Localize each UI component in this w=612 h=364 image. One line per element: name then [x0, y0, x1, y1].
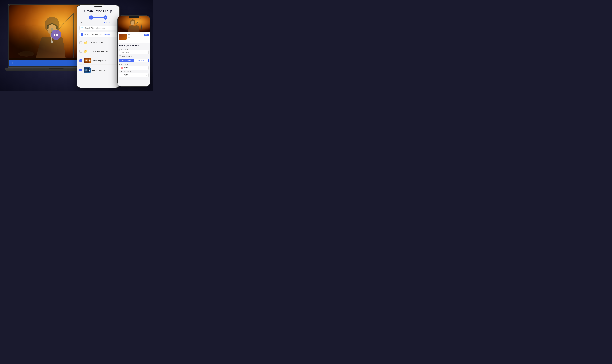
phone-notch: [129, 16, 139, 18]
file-item-4[interactable]: Cable America Corp: [80, 66, 117, 74]
paywall-title-row: Title BUY: [128, 34, 149, 36]
file-name-3: Comcast Sportsnet: [92, 60, 117, 62]
button-colour-arrow: ▼: [146, 67, 147, 69]
button-text-colour-value: #ffffff: [124, 74, 145, 76]
paywall-fine-print: View pricing and subscription details: [119, 40, 149, 41]
steps-labels: Group Details Content Selection: [80, 22, 117, 24]
phone: Title BUY Subtitle View pricing and subs…: [117, 15, 150, 87]
default-theme-row[interactable]: Make Default Theme: [119, 55, 148, 57]
file-list: 📁 Salecafter Services 📁 C T V15 North Su…: [80, 39, 117, 74]
button-colour-swatch: [121, 67, 123, 69]
splash-screen-tab[interactable]: Splash Screen: [119, 59, 134, 62]
progress-bar[interactable]: [14, 63, 85, 63]
step-2-circle: 2: [103, 15, 107, 20]
file-name-2: C T V15 North Suburban...: [90, 51, 117, 52]
breadcrumb: All Files › Johanna's Folder › Random...: [80, 32, 117, 37]
paywall-card-inner: Title BUY Subtitle: [119, 34, 149, 40]
tablet-title: Create Price Group: [80, 9, 117, 13]
paywall-subtitle: Subtitle: [128, 37, 132, 38]
steps-container: ✓ 2: [80, 15, 117, 20]
button-text-colour-swatch: [121, 74, 123, 76]
default-theme-label: Make Default Theme: [122, 56, 135, 57]
laptop-notch: [48, 68, 64, 69]
paywall-buy-button[interactable]: BUY: [144, 34, 149, 36]
paywall-thumb: [119, 34, 127, 40]
phone-form: New Paywall Theme Theme Name Make Defaul…: [118, 43, 150, 80]
file-checkbox-2[interactable]: [80, 50, 82, 53]
progress-fill: [14, 63, 18, 63]
button-colour-value: #ff8990: [124, 67, 145, 69]
file-item-2[interactable]: 📁 C T V15 North Suburban...: [80, 48, 117, 55]
tablet-content: Create Price Group ✓ 2 Group Details Con…: [77, 5, 120, 77]
file-thumb-4: [83, 67, 91, 73]
file-checkbox-3[interactable]: [80, 59, 82, 62]
next-button[interactable]: ⏭: [11, 62, 13, 64]
phone-screen: Title BUY Subtitle View pricing and subs…: [118, 16, 150, 86]
tablet-camera: [94, 7, 102, 7]
search-icon: 🔍: [81, 27, 84, 29]
breadcrumb-text: All Files › Johanna's Folder › Random...: [84, 34, 111, 36]
file-checkbox-1[interactable]: [80, 41, 82, 44]
tab-buttons: Splash Screen Login Screen: [119, 59, 148, 62]
step-1-circle: ✓: [89, 15, 93, 20]
theme-name-input[interactable]: [119, 50, 148, 54]
theme-name-label: Theme Name: [119, 48, 148, 50]
search-input[interactable]: [85, 27, 115, 29]
scene: ⏭ 0:15 🔊 ⏪ ⋮ Create Price Group: [0, 0, 153, 91]
phone-section-title: New Paywall Theme: [119, 44, 148, 47]
button-text-colour-select[interactable]: #ffffff ▼: [119, 73, 148, 77]
paywall-title-label: Title: [128, 34, 130, 35]
folder-icon-2: 📁: [83, 49, 88, 54]
file-item-3[interactable]: Comcast Sportsnet: [80, 57, 117, 65]
folder-icon-1: 📁: [83, 40, 88, 45]
paywall-info: Title BUY Subtitle: [128, 34, 149, 39]
tablet: Create Price Group ✓ 2 Group Details Con…: [77, 5, 120, 88]
tablet-screen: Create Price Group ✓ 2 Group Details Con…: [77, 5, 120, 88]
button-text-colour-arrow: ▼: [146, 74, 147, 76]
file-item-1[interactable]: 📁 Salecafter Services: [80, 39, 117, 46]
file-name-1: Salecafter Services: [90, 42, 117, 44]
button-colour-select[interactable]: #ff8990 ▼: [119, 66, 148, 70]
paywall-card: Title BUY Subtitle View pricing and subs…: [118, 32, 150, 43]
breadcrumb-icon: [81, 33, 83, 36]
file-name-4: Cable America Corp: [92, 69, 117, 71]
button-text-colour-label: Button Text Colour: [119, 71, 148, 73]
search-bar[interactable]: 🔍: [80, 26, 117, 30]
step-line: [93, 17, 103, 18]
default-theme-checkbox[interactable]: [119, 55, 121, 57]
button-colour-label: Button Colour: [119, 64, 148, 65]
file-thumb-3: [83, 58, 91, 63]
step-1-label: Group Details: [81, 22, 89, 24]
step-2-label: Content Selection: [104, 22, 116, 24]
play-button[interactable]: [51, 30, 61, 40]
login-screen-tab[interactable]: Login Screen: [134, 59, 148, 62]
file-checkbox-4[interactable]: [80, 69, 82, 71]
